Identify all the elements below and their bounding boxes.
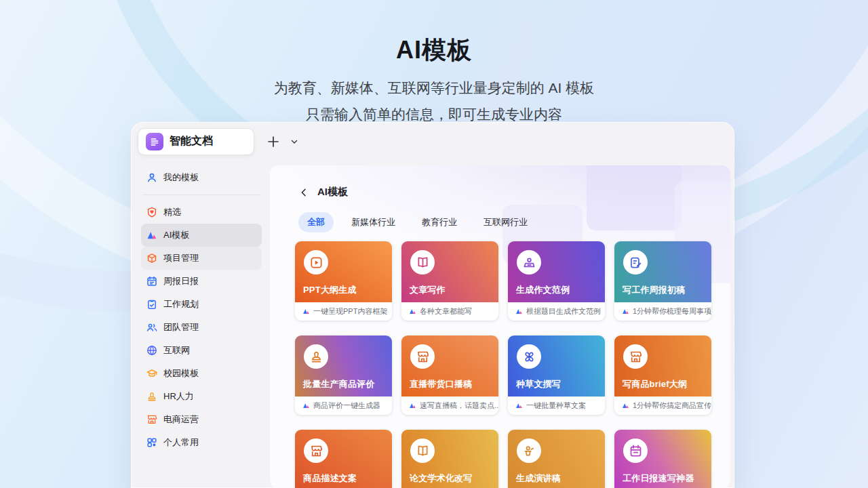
smart-doc-logo-icon bbox=[146, 133, 163, 150]
tab-education[interactable]: 教育行业 bbox=[413, 212, 466, 232]
template-card-article-writing[interactable]: 文章写作各种文章都能写 bbox=[401, 241, 498, 321]
sidebar-item-my-templates[interactable]: 我的模板 bbox=[141, 166, 262, 189]
page-title: AI模板 bbox=[0, 34, 868, 67]
ai-logo-icon bbox=[515, 402, 523, 409]
card-cover: 批量生产商品评价 bbox=[295, 336, 392, 396]
sidebar-item-hr[interactable]: HR人力 bbox=[141, 385, 262, 408]
card-cover: 写工作周报初稿 bbox=[614, 241, 711, 302]
app-name: 智能文档 bbox=[170, 134, 213, 148]
book-open-icon bbox=[410, 439, 435, 463]
cube-icon bbox=[146, 253, 157, 264]
window-topbar: 智能文档 bbox=[131, 122, 734, 161]
calendar-icon bbox=[623, 439, 648, 463]
card-caption: 1分钟帮你梳理每周事项 bbox=[614, 302, 711, 321]
ai-logo-icon bbox=[515, 308, 523, 315]
card-caption: 一键呈现PPT内容框架 bbox=[295, 302, 392, 321]
card-cover: 文章写作 bbox=[401, 241, 498, 302]
podium-icon bbox=[517, 439, 541, 463]
sidebar-item-label: 校园模板 bbox=[163, 367, 199, 380]
template-card-speech-generation[interactable]: 生成演讲稿 bbox=[508, 430, 605, 488]
card-caption: 各种文章都能写 bbox=[401, 302, 498, 321]
sidebar-item-label: 周报日报 bbox=[163, 275, 199, 287]
card-caption: 1分钟帮你搞定商品宣传... bbox=[614, 396, 711, 415]
sidebar-item-label: 电商运营 bbox=[163, 413, 199, 426]
category-tabs: 全部新媒体行业教育行业互联网行业 bbox=[298, 212, 730, 232]
sidebar-item-ecommerce[interactable]: 电商运营 bbox=[141, 408, 262, 431]
essay-person-icon bbox=[517, 250, 541, 274]
card-title: 写工作周报初稿 bbox=[623, 284, 685, 296]
template-card-weekly-report-draft[interactable]: 写工作周报初稿1分钟帮你梳理每周事项 bbox=[614, 241, 711, 321]
app-tab-smart-doc[interactable]: 智能文档 bbox=[138, 128, 254, 155]
card-caption-text: 速写直播稿，话题卖点... bbox=[420, 401, 498, 411]
book-open-icon bbox=[410, 250, 435, 274]
ai-logo-icon bbox=[302, 402, 310, 409]
template-card-essay-example[interactable]: 生成作文范例根据题目生成作文范例 bbox=[508, 241, 605, 321]
template-card-paper-academic-rewrite[interactable]: 论文学术化改写 bbox=[401, 430, 498, 488]
chevron-left-icon bbox=[298, 187, 309, 198]
template-card-product-brief-outline[interactable]: 写商品brief大纲1分钟帮你搞定商品宣传... bbox=[614, 336, 711, 415]
sidebar-item-team-management[interactable]: 团队管理 bbox=[141, 316, 262, 339]
card-cover: 直播带货口播稿 bbox=[401, 336, 498, 396]
new-tab-button[interactable] bbox=[266, 134, 281, 149]
sidebar-item-label: 我的模板 bbox=[163, 171, 199, 184]
card-title: 种草文撰写 bbox=[516, 378, 561, 390]
sidebar-item-label: 个人常用 bbox=[163, 436, 199, 449]
play-square-icon bbox=[304, 250, 328, 274]
sidebar-item-campus-templates[interactable]: 校园模板 bbox=[141, 362, 262, 385]
sidebar-item-work-planning[interactable]: 工作规划 bbox=[141, 293, 262, 316]
sidebar-item-personal-common[interactable]: 个人常用 bbox=[141, 431, 262, 454]
store-icon bbox=[304, 439, 328, 463]
ai-logo-icon bbox=[409, 308, 416, 315]
card-cover: 商品描述文案 bbox=[295, 430, 392, 488]
card-cover: 生成演讲稿 bbox=[508, 430, 605, 488]
sidebar-item-label: AI模板 bbox=[163, 229, 189, 241]
card-title: 生成演讲稿 bbox=[516, 472, 561, 485]
sidebar-item-label: 互联网 bbox=[163, 344, 190, 357]
ai-logo-icon bbox=[146, 230, 157, 241]
sidebar-item-ai-templates[interactable]: AI模板 bbox=[141, 224, 262, 247]
tab-internet[interactable]: 互联网行业 bbox=[475, 212, 536, 232]
sidebar-item-project-management[interactable]: 项目管理 bbox=[141, 247, 262, 270]
card-cover: 工作日报速写神器 bbox=[614, 430, 711, 488]
tab-new-media[interactable]: 新媒体行业 bbox=[342, 212, 404, 232]
sidebar-item-label: 精选 bbox=[163, 206, 181, 218]
sidebar-item-internet[interactable]: 互联网 bbox=[141, 339, 262, 362]
ai-logo-icon bbox=[302, 308, 310, 315]
template-card-livestream-script[interactable]: 直播带货口播稿速写直播稿，话题卖点... bbox=[401, 336, 498, 415]
chevron-down-icon bbox=[290, 137, 299, 146]
page-subtitle-line1: 为教育、新媒体、互联网等行业量身定制的 AI 模板 bbox=[0, 79, 868, 98]
back-button[interactable] bbox=[298, 187, 309, 198]
template-card-product-description[interactable]: 商品描述文案 bbox=[295, 430, 392, 488]
card-caption: 根据题目生成作文范例 bbox=[508, 302, 605, 321]
card-cover: PPT大纲生成 bbox=[295, 241, 392, 302]
store-icon bbox=[410, 344, 435, 369]
sidebar-item-featured[interactable]: 精选 bbox=[141, 201, 262, 224]
hero-section: AI模板 为教育、新媒体、互联网等行业量身定制的 AI 模板 只需输入简单的信息… bbox=[0, 0, 868, 124]
tab-list-dropdown-button[interactable] bbox=[290, 137, 299, 146]
card-caption: 商品评价一键生成器 bbox=[295, 396, 392, 415]
ai-logo-icon bbox=[622, 402, 629, 409]
page-background: AI模板 为教育、新媒体、互联网等行业量身定制的 AI 模板 只需输入简单的信息… bbox=[0, 0, 868, 488]
sidebar-item-weekly-daily-report[interactable]: 周报日报 bbox=[141, 270, 262, 293]
card-title: 生成作文范例 bbox=[516, 284, 570, 296]
card-caption-text: 商品评价一键生成器 bbox=[313, 401, 380, 411]
stamp-icon bbox=[304, 344, 328, 369]
sidebar-item-label: 工作规划 bbox=[163, 298, 199, 310]
card-cover: 种草文撰写 bbox=[508, 336, 605, 396]
doc-edit-icon bbox=[623, 250, 648, 274]
card-title: 写商品brief大纲 bbox=[623, 378, 687, 390]
user-icon bbox=[146, 172, 157, 183]
template-card-daily-report-writer[interactable]: 工作日报速写神器 bbox=[614, 430, 711, 488]
store-icon bbox=[623, 344, 648, 369]
card-caption-text: 1分钟帮你搞定商品宣传... bbox=[633, 401, 711, 411]
card-title: 文章写作 bbox=[410, 284, 446, 296]
tab-all[interactable]: 全部 bbox=[298, 212, 334, 232]
template-card-seeding-copy[interactable]: 种草文撰写一键批量种草文案 bbox=[508, 336, 605, 415]
card-cover: 论文学术化改写 bbox=[401, 430, 498, 488]
store-side-icon bbox=[146, 414, 157, 425]
template-card-batch-product-reviews[interactable]: 批量生产商品评价商品评价一键生成器 bbox=[295, 336, 392, 415]
template-card-ppt-outline[interactable]: PPT大纲生成一键呈现PPT内容框架 bbox=[295, 241, 392, 321]
sidebar: 我的模板精选AI模板项目管理周报日报工作规划团队管理互联网校园模板HR人力电商运… bbox=[131, 161, 270, 488]
card-title: 直播带货口播稿 bbox=[410, 378, 472, 390]
card-caption: 一键批量种草文案 bbox=[508, 396, 605, 415]
